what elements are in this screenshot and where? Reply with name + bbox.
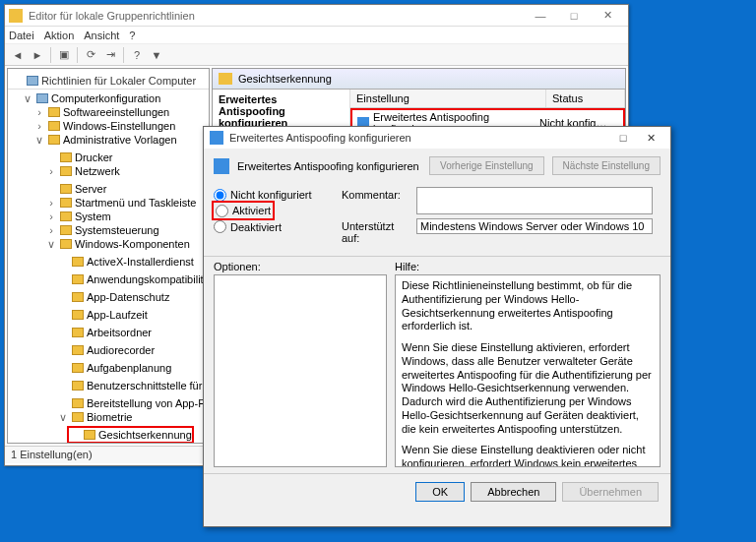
- app-icon: [9, 9, 23, 23]
- setting-icon: [214, 158, 229, 174]
- forward-button[interactable]: ►: [29, 46, 46, 64]
- tree-software[interactable]: ›Softwareeinstellungen: [33, 105, 169, 119]
- menubar: Datei Aktion Ansicht ?: [5, 27, 628, 44]
- tree-bereit[interactable]: Bereitstellung von App-Paketen: [57, 396, 209, 410]
- menu-help[interactable]: ?: [129, 30, 135, 41]
- tree-arbeitsordner[interactable]: Arbeitsordner: [57, 326, 152, 339]
- options-pane: Optionen:: [214, 261, 387, 469]
- tree-biometrie[interactable]: ∨Biometrie: [57, 410, 132, 424]
- policy-dialog: Erweitertes Antispoofing konfigurieren □…: [203, 126, 671, 527]
- prev-setting-button[interactable]: Vorherige Einstellung: [429, 156, 544, 175]
- tree-appdata[interactable]: App-Datenschutz: [57, 290, 169, 304]
- dlg-config: Nicht konfiguriert Aktiviert Deaktiviert…: [204, 183, 670, 257]
- tree-anwendung[interactable]: Anwendungskompatibilität: [57, 272, 209, 286]
- col-setting[interactable]: Einstellung: [350, 90, 546, 107]
- dlg-title-text: Erweitertes Antispoofing konfigurieren: [229, 132, 609, 144]
- supported-field: [416, 218, 653, 234]
- separator: [77, 47, 78, 63]
- dlg-buttons: OK Abbrechen Übernehmen: [204, 473, 670, 510]
- dlg-close[interactable]: ✕: [637, 128, 664, 148]
- tree-drucker[interactable]: Drucker: [45, 151, 113, 164]
- menu-ansicht[interactable]: Ansicht: [84, 30, 119, 41]
- help-icon[interactable]: ?: [128, 46, 146, 64]
- tree-header: Richtlinien für Lokaler Computer: [8, 69, 209, 90]
- ok-button[interactable]: OK: [415, 482, 465, 502]
- radio-activated[interactable]: Aktiviert: [216, 203, 271, 218]
- filter-button[interactable]: ▼: [148, 46, 165, 64]
- dlg-subtitle-text: Erweitertes Antispoofing konfigurieren: [237, 160, 421, 172]
- tree-admin[interactable]: ∨Administrative Vorlagen: [33, 133, 177, 147]
- col-status[interactable]: Status: [546, 90, 625, 107]
- help-label: Hilfe:: [395, 261, 661, 272]
- window-title: Editor für lokale Gruppenrichtlinien: [29, 10, 524, 22]
- minimize-button[interactable]: —: [524, 6, 557, 26]
- separator: [123, 47, 124, 63]
- dlg-subtitle-row: Erweitertes Antispoofing konfigurieren V…: [204, 149, 670, 183]
- tree-activex[interactable]: ActiveX-Installerdienst: [57, 255, 194, 269]
- tree-audio[interactable]: Audiorecorder: [57, 343, 155, 357]
- detail-subtitle: Erweitertes Antispoofing konfigurieren: [219, 93, 344, 129]
- toolbar: ◄ ► ▣ ⟳ ⇥ ? ▼: [5, 44, 628, 66]
- detail-heading: Gesichtserkennung: [213, 69, 625, 90]
- cancel-button[interactable]: Abbrechen: [471, 482, 556, 502]
- tree-computerconfig[interactable]: ∨Computerkonfiguration: [22, 91, 160, 105]
- folder-icon: [219, 73, 232, 85]
- dlg-titlebar[interactable]: Erweitertes Antispoofing konfigurieren □…: [204, 127, 670, 149]
- dlg-mid: Optionen: Hilfe: Diese Richtlinieneinste…: [204, 257, 670, 473]
- tree-netzwerk[interactable]: ›Netzwerk: [45, 164, 120, 178]
- tree-bitlocker[interactable]: ›BitLocker-Laufwerkverschlüsselung: [57, 442, 209, 444]
- refresh-button[interactable]: ⟳: [82, 46, 99, 64]
- tree-gesicht[interactable]: Gesichtserkennung: [69, 428, 192, 442]
- detail-heading-text: Gesichtserkennung: [238, 73, 332, 85]
- tree-content[interactable]: ∨Computerkonfiguration ›Softwareeinstell…: [8, 90, 209, 444]
- maximize-button[interactable]: □: [557, 6, 591, 26]
- tree-benutzer[interactable]: Benutzerschnittstelle für Anmeldeinforma…: [57, 379, 209, 392]
- close-button[interactable]: ✕: [591, 6, 624, 26]
- tree-server[interactable]: Server: [45, 182, 106, 196]
- radio-notconfigured[interactable]: Nicht konfiguriert: [214, 187, 342, 203]
- options-label: Optionen:: [214, 261, 387, 272]
- comment-input[interactable]: [416, 187, 653, 214]
- apply-button[interactable]: Übernehmen: [562, 482, 659, 502]
- tree-system[interactable]: ›System: [45, 210, 111, 223]
- tree-systemctrl[interactable]: ›Systemsteuerung: [45, 223, 159, 237]
- menu-aktion[interactable]: Aktion: [44, 30, 75, 41]
- tree-aufgaben[interactable]: Aufgabenplanung: [57, 361, 171, 375]
- next-setting-button[interactable]: Nächste Einstellung: [552, 156, 661, 175]
- export-button[interactable]: ⇥: [101, 46, 119, 64]
- detail-table-head: Einstellung Status: [350, 90, 625, 108]
- tree-applauf[interactable]: App-Laufzeit: [57, 308, 148, 322]
- help-pane: Hilfe: Diese Richtlinieneinstellung best…: [395, 261, 661, 469]
- tree-windows[interactable]: ›Windows-Einstellungen: [33, 119, 175, 133]
- radio-deactivated[interactable]: Deaktiviert: [214, 219, 342, 235]
- supported-label: Unterstützt auf:: [342, 218, 412, 244]
- dlg-radios: Nicht konfiguriert Aktiviert Deaktiviert: [214, 187, 342, 248]
- dlg-maximize[interactable]: □: [609, 128, 637, 148]
- options-box[interactable]: [214, 274, 387, 467]
- tree-pane[interactable]: Richtlinien für Lokaler Computer ∨Comput…: [7, 68, 210, 444]
- menu-datei[interactable]: Datei: [9, 30, 34, 41]
- back-button[interactable]: ◄: [9, 46, 27, 64]
- gp-titlebar[interactable]: Editor für lokale Gruppenrichtlinien — □…: [5, 5, 628, 27]
- dlg-comment-area: Kommentar: Unterstützt auf:: [342, 187, 661, 248]
- up-button[interactable]: ▣: [55, 46, 73, 64]
- comment-label: Kommentar:: [342, 187, 412, 201]
- help-text[interactable]: Diese Richtlinieneinstellung bestimmt, o…: [395, 274, 661, 467]
- tree-startmenu[interactable]: ›Startmenü und Taskleiste: [45, 196, 196, 210]
- tree-wincomp[interactable]: ∨Windows-Komponenten: [45, 237, 190, 251]
- dlg-icon: [210, 131, 223, 145]
- separator: [50, 47, 51, 63]
